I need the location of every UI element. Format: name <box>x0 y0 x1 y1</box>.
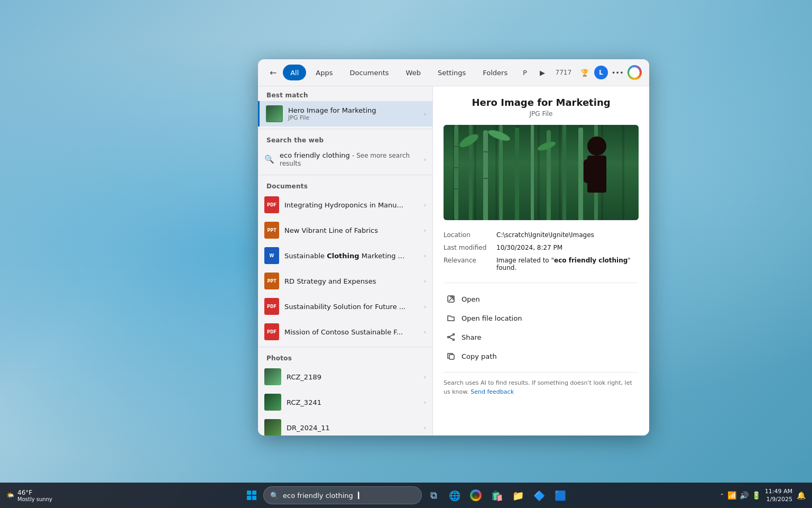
user-avatar[interactable]: L <box>594 66 607 79</box>
photos-section-label: Photos <box>258 349 432 364</box>
start-button[interactable] <box>242 486 261 505</box>
web-search-query: eco friendly clothing - See more search … <box>280 151 419 167</box>
doc-1-chevron: › <box>424 202 426 208</box>
svg-rect-26 <box>449 355 454 359</box>
open-file-location-button[interactable]: Open file location <box>444 309 639 328</box>
taskbar-search-bar[interactable]: 🔍 eco friendly clothing | <box>263 486 422 504</box>
web-search-chevron: › <box>424 157 426 162</box>
bamboo-svg <box>444 125 639 220</box>
action-divider-bottom <box>444 372 639 373</box>
trophy-icon: 🏆 <box>577 65 592 80</box>
doc-item-5[interactable]: PDF Sustainability Solution for Future .… <box>258 294 432 319</box>
notification-button[interactable]: 🔔 <box>797 491 806 500</box>
relevance-text: Image related to "eco friendly clothing"… <box>496 254 639 274</box>
task-view-button[interactable]: ⧉ <box>424 486 443 505</box>
doc-item-2[interactable]: PPT New Vibrant Line of Fabrics › <box>258 217 432 243</box>
file-explorer-icon: 📁 <box>512 490 524 501</box>
tab-p[interactable]: P <box>517 65 532 80</box>
taskbar-right: ⌃ 📶 🔊 🔋 11:49 AM 1/9/2025 🔔 <box>719 487 806 504</box>
jpg-file-icon <box>266 105 283 122</box>
battery-icon[interactable]: 🔋 <box>752 491 761 500</box>
tab-web[interactable]: Web <box>399 65 428 80</box>
best-match-item[interactable]: Hero Image for Marketing JPG File › <box>258 101 432 126</box>
svg-rect-11 <box>454 167 458 168</box>
doc-2-chevron: › <box>424 228 426 233</box>
photo-item-3[interactable]: DR_2024_11 › <box>258 415 432 436</box>
app-button[interactable]: 🟦 <box>551 486 570 505</box>
tab-play[interactable]: ▶ <box>534 65 550 80</box>
open-icon <box>446 294 456 304</box>
tab-apps[interactable]: Apps <box>308 65 340 80</box>
show-hidden-icons-button[interactable]: ⌃ <box>719 493 724 498</box>
svg-point-23 <box>453 334 455 335</box>
svg-rect-7 <box>562 125 566 220</box>
docx-icon-3: W <box>264 247 279 264</box>
documents-section-label: Documents <box>258 177 432 192</box>
detail-right-panel: Hero Image for Marketing JPG File <box>432 86 649 436</box>
photo-2-text: RCZ_3241 <box>287 398 419 406</box>
cursor: | <box>358 492 359 499</box>
copy-path-button[interactable]: Copy path <box>444 347 639 366</box>
doc-6-chevron: › <box>424 329 426 335</box>
svg-rect-5 <box>531 125 534 220</box>
photo-thumb-3 <box>264 419 281 436</box>
file-preview-image <box>444 125 639 220</box>
copilot-taskbar-button[interactable] <box>466 486 485 505</box>
results-left-panel: Best match Hero Image for Marketing JPG … <box>258 86 432 436</box>
back-button[interactable]: ← <box>265 65 281 80</box>
best-match-label: Best match <box>258 86 432 101</box>
tab-documents[interactable]: Documents <box>342 65 396 80</box>
system-clock[interactable]: 11:49 AM 1/9/2025 <box>765 487 792 504</box>
more-options-button[interactable]: ••• <box>610 65 625 80</box>
search-icon: 🔍 <box>264 155 274 164</box>
edge-button-2[interactable]: 🔷 <box>530 486 549 505</box>
svg-rect-17 <box>584 159 591 183</box>
edge-browser-button[interactable]: 🌐 <box>445 486 464 505</box>
file-explorer-button[interactable]: 📁 <box>509 486 528 505</box>
weather-info: 46°F Mostly sunny <box>17 489 52 502</box>
search-the-web-label: Search the web <box>258 131 432 146</box>
doc-6-text: Mission of Contoso Sustainable F... <box>284 328 419 336</box>
weather-icon: 🌤️ <box>6 492 14 499</box>
svg-rect-10 <box>454 146 458 147</box>
divider-3 <box>258 347 432 347</box>
share-button[interactable]: Share <box>444 328 639 347</box>
msstore-icon: 🛍️ <box>491 490 503 501</box>
doc-item-4[interactable]: PPT RD Strategy and Expenses › <box>258 268 432 294</box>
open-button[interactable]: Open <box>444 289 639 309</box>
svg-point-15 <box>587 137 606 156</box>
tab-all[interactable]: All <box>283 65 306 80</box>
divider-1 <box>258 129 432 129</box>
last-modified-label: Last modified <box>444 241 496 254</box>
search-tabs-bar: ← All Apps Documents Web Settings Folder… <box>258 59 649 86</box>
send-feedback-link[interactable]: Send feedback <box>470 388 514 395</box>
volume-icon[interactable]: 🔊 <box>740 491 749 500</box>
taskbar-left: 🌤️ 46°F Mostly sunny <box>6 489 57 502</box>
svg-rect-0 <box>454 125 458 220</box>
task-view-icon: ⧉ <box>430 489 437 501</box>
photo-item-2[interactable]: RCZ_3241 › <box>258 389 432 415</box>
tab-folders[interactable]: Folders <box>475 65 515 80</box>
tab-settings[interactable]: Settings <box>430 65 473 80</box>
doc-item-1[interactable]: PDF Integrating Hydroponics in Manu... › <box>258 192 432 217</box>
photo-thumb-2 <box>264 394 281 411</box>
doc-item-3[interactable]: W Sustainable Clothing Marketing ... › <box>258 243 432 268</box>
windows-logo <box>247 491 256 500</box>
taskbar: 🌤️ 46°F Mostly sunny 🔍 eco friendly clot… <box>0 483 812 508</box>
network-icon[interactable]: 📶 <box>727 491 736 500</box>
doc-5-chevron: › <box>424 304 426 310</box>
best-match-text: Hero Image for Marketing JPG File <box>288 106 419 121</box>
msstore-button[interactable]: 🛍️ <box>487 486 506 505</box>
svg-rect-13 <box>483 151 488 152</box>
pdf-icon-1: PDF <box>264 196 279 213</box>
metadata-table: Location C:\scratch\Ignite\Ignite\Images… <box>444 229 639 274</box>
copilot-button[interactable] <box>628 65 642 80</box>
photo-item-1[interactable]: RCZ_2189 › <box>258 364 432 389</box>
svg-rect-4 <box>515 128 519 220</box>
doc-item-6[interactable]: PDF Mission of Contoso Sustainable F... … <box>258 319 432 344</box>
location-label: Location <box>444 229 496 241</box>
weather-widget[interactable]: 🌤️ 46°F Mostly sunny <box>6 489 52 502</box>
photo-3-chevron: › <box>424 425 426 431</box>
svg-point-24 <box>453 339 455 341</box>
web-search-item[interactable]: 🔍 eco friendly clothing - See more searc… <box>258 146 432 173</box>
